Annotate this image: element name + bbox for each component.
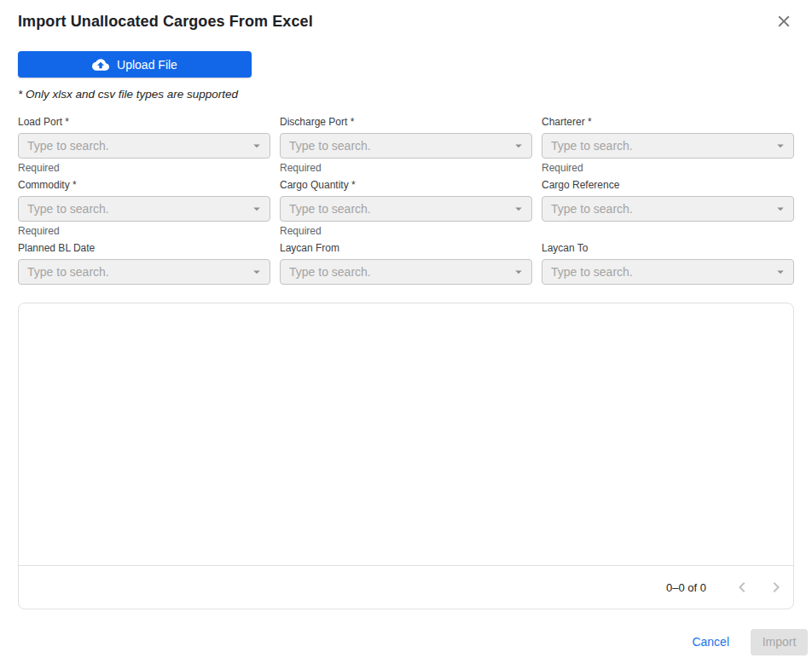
field-label: Laycan To: [542, 242, 794, 254]
field-helper: Required: [18, 162, 270, 174]
field-label: Commodity *: [18, 179, 270, 191]
upload-file-button[interactable]: Upload File: [18, 51, 252, 78]
import-button[interactable]: Import: [751, 629, 808, 655]
field-load-port: Load Port * Required: [18, 116, 270, 174]
discharge-port-input[interactable]: [281, 134, 531, 158]
field-planned-bl-date: Planned BL Date: [18, 242, 270, 300]
laycan-to-input[interactable]: [542, 260, 793, 284]
close-button[interactable]: [774, 11, 794, 32]
cargo-form-grid: Load Port * Required Discharge Port * Re…: [18, 116, 794, 300]
field-cargo-quantity: Cargo Quantity * Required: [280, 179, 532, 237]
cargo-quantity-select[interactable]: [280, 196, 532, 222]
table-paginator: 0–0 of 0: [19, 565, 793, 609]
commodity-select[interactable]: [18, 196, 270, 222]
field-charterer: Charterer * Required: [542, 116, 794, 174]
field-commodity: Commodity * Required: [18, 179, 270, 237]
chevron-left-icon: [732, 577, 752, 597]
planned-bl-date-input[interactable]: [19, 260, 270, 284]
field-label: Discharge Port *: [280, 116, 532, 128]
cargo-quantity-input[interactable]: [281, 197, 531, 221]
dialog-actions: Cancel Import: [0, 628, 812, 655]
field-helper: [280, 288, 532, 300]
pagination-range-label: 0–0 of 0: [666, 581, 706, 594]
field-helper: Required: [18, 225, 270, 237]
dialog-content: Import Unallocated Cargoes From Excel Up…: [0, 0, 812, 609]
chevron-right-icon: [766, 577, 786, 597]
commodity-input[interactable]: [19, 197, 270, 221]
field-laycan-to: Laycan To: [542, 242, 794, 300]
field-label: Cargo Reference: [542, 179, 794, 191]
field-helper: [542, 225, 794, 237]
discharge-port-select[interactable]: [280, 133, 532, 159]
field-label: Charterer *: [542, 116, 794, 128]
close-icon: [774, 12, 793, 31]
next-page-button[interactable]: [759, 570, 793, 604]
field-helper: [18, 288, 270, 300]
laycan-from-select[interactable]: [280, 259, 532, 285]
file-types-note: * Only xlsx and csv file types are suppo…: [18, 88, 794, 101]
cargo-reference-input[interactable]: [542, 197, 793, 221]
page-title: Import Unallocated Cargoes From Excel: [18, 13, 313, 31]
cargo-reference-select[interactable]: [542, 196, 794, 222]
dialog-header: Import Unallocated Cargoes From Excel: [18, 11, 794, 32]
load-port-select[interactable]: [18, 133, 270, 159]
field-helper: Required: [542, 162, 794, 174]
field-label: Load Port *: [18, 116, 270, 128]
charterer-input[interactable]: [542, 134, 793, 158]
field-helper: [542, 288, 794, 300]
cancel-button[interactable]: Cancel: [683, 628, 738, 655]
field-discharge-port: Discharge Port * Required: [280, 116, 532, 174]
laycan-to-select[interactable]: [542, 259, 794, 285]
import-cargoes-dialog: Import Unallocated Cargoes From Excel Up…: [0, 0, 812, 658]
field-cargo-reference: Cargo Reference: [542, 179, 794, 237]
field-label: Cargo Quantity *: [280, 179, 532, 191]
field-label: Planned BL Date: [18, 242, 270, 254]
laycan-from-input[interactable]: [281, 260, 531, 284]
cargoes-table-card: 0–0 of 0: [18, 303, 794, 609]
field-label: Laycan From: [280, 242, 532, 254]
field-helper: Required: [280, 162, 532, 174]
previous-page-button[interactable]: [725, 570, 759, 604]
cargoes-table-body: [19, 303, 793, 565]
upload-file-label: Upload File: [117, 58, 177, 72]
charterer-select[interactable]: [542, 133, 794, 159]
load-port-input[interactable]: [19, 134, 270, 158]
cloud-upload-icon: [92, 56, 109, 73]
field-helper: Required: [280, 225, 532, 237]
planned-bl-date-select[interactable]: [18, 259, 270, 285]
field-laycan-from: Laycan From: [280, 242, 532, 300]
